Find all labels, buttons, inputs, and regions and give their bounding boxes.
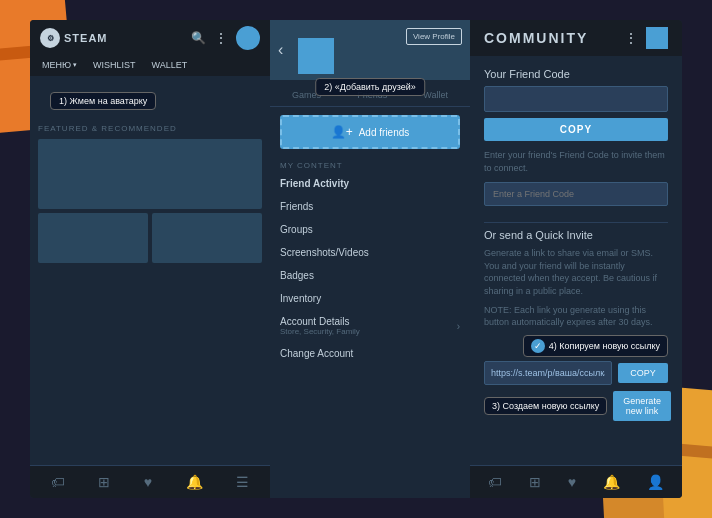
featured-item-2 <box>152 213 262 263</box>
account-details-item[interactable]: Account Details Store, Security, Family … <box>270 310 470 342</box>
community-content: Your Friend Code COPY Enter your friend'… <box>470 56 682 465</box>
steam-icon: ⚙ <box>40 28 60 48</box>
quick-invite-label: Or send a Quick Invite <box>484 229 668 241</box>
menu-groups[interactable]: Groups <box>270 218 470 241</box>
bottom-nav-bell-icon[interactable]: 🔔 <box>186 474 203 490</box>
back-arrow-icon[interactable]: ‹ <box>278 41 283 59</box>
menu-friends[interactable]: Friends <box>270 195 470 218</box>
community-bottom-grid-icon[interactable]: ⊞ <box>529 474 541 490</box>
search-icon[interactable]: 🔍 <box>191 31 206 45</box>
community-bottom-tag-icon[interactable]: 🏷 <box>488 474 502 490</box>
nav-wallet-label: WALLET <box>152 60 188 70</box>
menu-friend-activity[interactable]: Friend Activity <box>270 172 470 195</box>
add-friends-button[interactable]: 👤+ Add friends <box>280 115 460 149</box>
bottom-nav-heart-icon[interactable]: ♥ <box>144 474 152 490</box>
invite-link-input[interactable] <box>484 361 612 385</box>
view-profile-button[interactable]: View Profile <box>406 28 462 45</box>
friend-code-label: Your Friend Code <box>484 68 668 80</box>
nav-item-wishlist[interactable]: WISHLIST <box>89 58 140 72</box>
divider <box>484 222 668 223</box>
community-bottom-person-icon[interactable]: 👤 <box>647 474 664 490</box>
generate-row: 3) Создаем новую ссылку Generate new lin… <box>484 391 668 421</box>
avatar[interactable] <box>236 26 260 50</box>
featured-item-1 <box>38 213 148 263</box>
community-header: COMMUNITY ⋮ <box>470 20 682 56</box>
popup-header: ‹ View Profile <box>270 20 470 80</box>
steam-nav: МЕНЮ ▾ WISHLIST WALLET <box>30 56 270 76</box>
quick-invite-desc: Generate a link to share via email or SM… <box>484 247 668 297</box>
nav-menu-label: МЕНЮ <box>42 60 71 70</box>
steam-header: ⚙ STEAM 🔍 ⋮ <box>30 20 270 56</box>
middle-panel: 2) «Добавить друзей» ‹ View Profile Game… <box>270 20 470 498</box>
add-friends-label: Add friends <box>359 127 410 138</box>
community-bottom-bell-icon[interactable]: 🔔 <box>603 474 620 490</box>
community-header-right: ⋮ <box>624 27 668 49</box>
community-menu-icon[interactable]: ⋮ <box>624 30 638 46</box>
checkmark-icon: ✓ <box>531 339 545 353</box>
nav-wishlist-label: WISHLIST <box>93 60 136 70</box>
featured-label: FEATURED & RECOMMENDED <box>38 124 262 133</box>
popup-avatar <box>298 38 334 74</box>
menu-badges[interactable]: Badges <box>270 264 470 287</box>
my-content-label: MY CONTENT <box>270 157 470 172</box>
community-bottom-heart-icon[interactable]: ♥ <box>568 474 576 490</box>
menu-inventory[interactable]: Inventory <box>270 287 470 310</box>
menu-change-account[interactable]: Change Account <box>270 342 470 365</box>
copy-code-button[interactable]: COPY <box>484 118 668 141</box>
annotation-4-text: 4) Копируем новую ссылку <box>549 341 660 351</box>
steam-logo: ⚙ STEAM <box>40 28 108 48</box>
community-avatar <box>646 27 668 49</box>
featured-item-main <box>38 139 262 209</box>
chevron-right-icon: › <box>457 321 460 332</box>
featured-grid <box>38 139 262 263</box>
expiry-note: NOTE: Each link you generate using this … <box>484 304 668 329</box>
account-details-label: Account Details <box>280 316 360 327</box>
steam-content: FEATURED & RECOMMENDED <box>30 76 270 465</box>
annotation-2: 2) «Добавить друзей» <box>315 78 425 96</box>
bottom-nav-grid-icon[interactable]: ⊞ <box>98 474 110 490</box>
nav-item-wallet[interactable]: WALLET <box>148 58 192 72</box>
friend-code-helper: Enter your friend's Friend Code to invit… <box>484 149 668 174</box>
header-menu-icon[interactable]: ⋮ <box>214 30 228 46</box>
copy-link-button[interactable]: COPY <box>618 363 668 383</box>
annotation-4: ✓ 4) Копируем новую ссылку <box>523 335 668 357</box>
steam-bottom-nav: 🏷 ⊞ ♥ 🔔 ☰ <box>30 465 270 498</box>
generate-link-button[interactable]: Generate new link <box>613 391 671 421</box>
enter-friend-code-input[interactable] <box>484 182 668 206</box>
community-title: COMMUNITY <box>484 30 588 46</box>
community-bottom-nav: 🏷 ⊞ ♥ 🔔 👤 <box>470 465 682 498</box>
account-details-sub: Store, Security, Family <box>280 327 360 336</box>
link-row: COPY <box>484 361 668 385</box>
nav-item-menu[interactable]: МЕНЮ ▾ <box>38 58 81 72</box>
add-person-icon: 👤+ <box>331 125 353 139</box>
friend-code-input[interactable] <box>484 86 668 112</box>
chevron-down-icon: ▾ <box>73 61 77 69</box>
steam-logo-text: STEAM <box>64 32 108 44</box>
bottom-nav-menu-icon[interactable]: ☰ <box>236 474 249 490</box>
bottom-nav-tag-icon[interactable]: 🏷 <box>51 474 65 490</box>
annotation-3: 3) Создаем новую ссылку <box>484 397 607 415</box>
right-panel: COMMUNITY ⋮ Your Friend Code COPY Enter … <box>470 20 682 498</box>
annotation-1: 1) Жмем на аватарку <box>50 92 156 110</box>
menu-screenshots[interactable]: Screenshots/Videos <box>270 241 470 264</box>
